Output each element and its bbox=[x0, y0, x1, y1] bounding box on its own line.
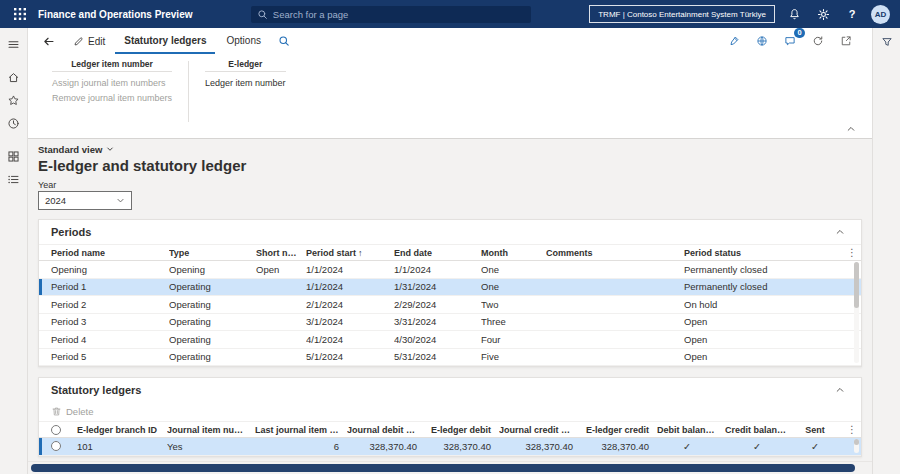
app-launcher-button[interactable] bbox=[10, 4, 30, 24]
col-comments[interactable]: Comments bbox=[546, 248, 684, 258]
help-button[interactable]: ? bbox=[842, 4, 862, 24]
year-combobox[interactable]: 2024 bbox=[38, 191, 132, 210]
avatar[interactable]: AD bbox=[871, 5, 890, 24]
col-month[interactable]: Month bbox=[481, 248, 546, 258]
horizontal-scrollbar[interactable] bbox=[28, 461, 872, 474]
col-eledger-credit[interactable]: E-ledger credit bbox=[581, 425, 657, 435]
company-picker-button[interactable]: TRMF | Contoso Entertainment System Türk… bbox=[589, 5, 775, 23]
col-branch-id[interactable]: E-ledger branch ID bbox=[77, 425, 167, 435]
select-all-radio[interactable] bbox=[51, 425, 61, 435]
delete-button-label: Delete bbox=[66, 406, 93, 417]
scrollbar-thumb[interactable] bbox=[854, 439, 859, 445]
edit-button[interactable]: Edit bbox=[65, 28, 113, 54]
nav-modules-button[interactable] bbox=[2, 146, 26, 167]
assign-journal-item-numbers-button[interactable]: Assign journal item numbers bbox=[52, 75, 172, 90]
messages-button[interactable]: 0 bbox=[782, 33, 798, 49]
delete-button[interactable]: Delete bbox=[51, 406, 93, 417]
col-credit-balanced[interactable]: Credit balanced bbox=[725, 425, 797, 435]
nav-favorites-button[interactable] bbox=[2, 90, 26, 111]
col-type[interactable]: Type bbox=[169, 248, 256, 258]
row-select-radio[interactable] bbox=[51, 441, 61, 451]
translate-button[interactable] bbox=[754, 33, 770, 49]
statutory-row[interactable]: 101 Yes 6 328,370.40 328,370.40 328,370.… bbox=[39, 438, 861, 456]
brush-icon bbox=[728, 35, 740, 47]
cell-type: Operating bbox=[169, 351, 256, 362]
action-pane-tabs-row: Edit Statutory ledgers Options bbox=[28, 28, 872, 54]
col-end-date[interactable]: End date bbox=[394, 248, 481, 258]
cell-period-start: 3/1/2024 bbox=[306, 316, 394, 327]
cell-period-name: Period 3 bbox=[51, 316, 169, 327]
nav-recent-button[interactable] bbox=[2, 113, 26, 134]
topbar-right: TRMF | Contoso Entertainment System Türk… bbox=[589, 4, 890, 24]
personalize-button[interactable] bbox=[726, 33, 742, 49]
collapse-periods-button[interactable] bbox=[831, 223, 849, 241]
top-bar: Finance and Operations Preview TRMF | Co… bbox=[0, 0, 900, 28]
nav-menu-button[interactable] bbox=[2, 34, 26, 55]
open-in-new-window-button[interactable] bbox=[838, 33, 854, 49]
period-row[interactable]: Period 4 Operating 4/1/2024 4/30/2024 Fo… bbox=[39, 331, 861, 349]
col-eledger-debit[interactable]: E-ledger debit bbox=[425, 425, 499, 435]
col-journal-item-numbered[interactable]: Journal item numbered bbox=[167, 425, 255, 435]
period-row[interactable]: Period 1 Operating 1/1/2024 1/31/2024 On… bbox=[39, 279, 861, 297]
cell-month: Two bbox=[481, 299, 546, 310]
back-button[interactable] bbox=[34, 28, 63, 54]
horizontal-scrollbar-thumb[interactable] bbox=[31, 464, 855, 472]
cell-month: Five bbox=[481, 351, 546, 362]
nav-workspaces-button[interactable] bbox=[2, 169, 26, 190]
col-last-journal-item-number[interactable]: Last journal item num... bbox=[255, 425, 347, 435]
cell-period-start: 2/1/2024 bbox=[306, 299, 394, 310]
page-search[interactable] bbox=[251, 6, 531, 23]
col-journal-credit-total[interactable]: Journal credit total bbox=[499, 425, 581, 435]
period-row[interactable]: Period 5 Operating 5/1/2024 5/31/2024 Fi… bbox=[39, 349, 861, 367]
periods-scrollbar[interactable] bbox=[854, 262, 859, 363]
statutory-toolbar: Delete bbox=[39, 402, 861, 421]
cell-end-date: 4/30/2024 bbox=[394, 334, 481, 345]
scrollbar-thumb[interactable] bbox=[854, 262, 859, 308]
app-title: Finance and Operations Preview bbox=[38, 9, 193, 20]
collapse-statutory-button[interactable] bbox=[831, 381, 849, 399]
cell-end-date: 2/29/2024 bbox=[394, 299, 481, 310]
tab-statutory-ledgers[interactable]: Statutory ledgers bbox=[115, 28, 215, 54]
col-select-all[interactable] bbox=[51, 425, 77, 435]
col-period-start[interactable]: Period start↑ bbox=[306, 248, 394, 258]
tab-options[interactable]: Options bbox=[217, 28, 269, 54]
cell-end-date: 1/31/2024 bbox=[394, 281, 481, 292]
col-journal-debit-total[interactable]: Journal debit total bbox=[347, 425, 425, 435]
cell-period-name: Period 2 bbox=[51, 299, 169, 310]
col-period-status[interactable]: Period status bbox=[684, 248, 843, 258]
cell-period-status: Permanently closed bbox=[684, 281, 861, 292]
grid-options-button[interactable]: ⋮ bbox=[843, 424, 861, 435]
collapse-action-pane-button[interactable] bbox=[846, 124, 856, 134]
page-search-input[interactable] bbox=[273, 9, 525, 20]
period-row[interactable]: Period 3 Operating 3/1/2024 3/31/2024 Th… bbox=[39, 314, 861, 332]
col-debit-balanced[interactable]: Debit balanced bbox=[657, 425, 725, 435]
view-selector[interactable]: Standard view bbox=[38, 143, 862, 155]
cell-period-start: 1/1/2024 bbox=[306, 281, 394, 292]
filter-pane-button[interactable] bbox=[881, 36, 893, 48]
nav-home-button[interactable] bbox=[2, 67, 26, 88]
body-frame: Edit Statutory ledgers Options bbox=[0, 28, 900, 474]
cell-end-date: 3/31/2024 bbox=[394, 316, 481, 327]
statutory-scrollbar[interactable] bbox=[854, 439, 859, 453]
action-search-button[interactable] bbox=[272, 28, 296, 54]
cell-journal-credit-total: 328,370.40 bbox=[499, 441, 581, 452]
statutory-title: Statutory ledgers bbox=[51, 384, 141, 396]
settings-button[interactable] bbox=[813, 4, 833, 24]
period-row[interactable]: Period 2 Operating 2/1/2024 2/29/2024 Tw… bbox=[39, 296, 861, 314]
col-sent[interactable]: Sent bbox=[797, 425, 841, 435]
main-area: Edit Statutory ledgers Options bbox=[28, 28, 872, 474]
remove-journal-item-numbers-button[interactable]: Remove journal item numbers bbox=[52, 90, 172, 105]
nav-rail bbox=[0, 28, 28, 474]
ledger-item-number-button[interactable]: Ledger item number bbox=[205, 75, 286, 90]
cell-debit-balanced-check: ✓ bbox=[657, 441, 725, 452]
refresh-button[interactable] bbox=[810, 33, 826, 49]
grid-options-button[interactable]: ⋮ bbox=[843, 247, 861, 258]
cell-month: Three bbox=[481, 316, 546, 327]
cell-end-date: 1/1/2024 bbox=[394, 264, 481, 275]
period-row[interactable]: Opening Opening Open 1/1/2024 1/1/2024 O… bbox=[39, 261, 861, 279]
cell-type: Operating bbox=[169, 281, 256, 292]
col-period-name[interactable]: Period name bbox=[51, 248, 169, 258]
notifications-button[interactable] bbox=[784, 4, 804, 24]
cell-eledger-debit: 328,370.40 bbox=[425, 441, 499, 452]
col-short-name[interactable]: Short name bbox=[256, 248, 306, 258]
